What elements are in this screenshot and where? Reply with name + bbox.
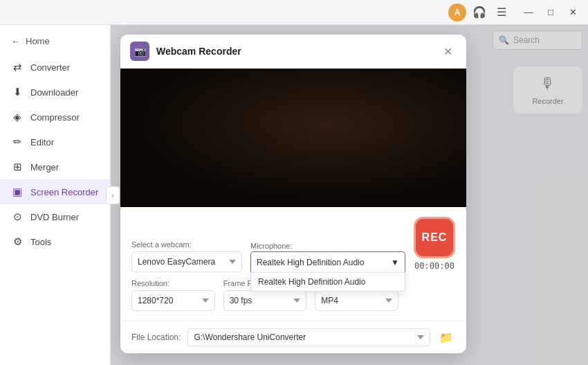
sidebar-collapse-button[interactable]: ‹ <box>106 186 120 204</box>
sidebar-item-merger[interactable]: ⊞ Merger <box>0 154 110 179</box>
modal-header: 📷 Webcam Recorder ✕ <box>120 35 466 69</box>
video-preview <box>120 69 466 207</box>
microphone-option-1[interactable]: Realtek High Definition Audio <box>251 273 405 291</box>
sidebar-item-label: Editor <box>30 137 54 148</box>
webcam-label: Select a webcam: <box>131 240 242 249</box>
file-location-select[interactable]: G:\Wondershare UniConverter <box>187 328 430 346</box>
file-location-bar: File Location: G:\Wondershare UniConvert… <box>120 321 466 353</box>
framerate-select[interactable]: 30 fps <box>223 290 307 311</box>
webcam-control: Select a webcam: Lenovo EasyCamera <box>131 240 242 272</box>
title-bar-icons: A 🎧 ☰ <box>448 3 511 21</box>
rec-timer: 00:00:00 <box>414 261 454 271</box>
minimize-button[interactable]: — <box>519 5 538 20</box>
resolution-select[interactable]: 1280*720 <box>131 290 215 311</box>
resolution-control: Resolution: 1280*720 <box>131 279 215 311</box>
rec-button[interactable]: REC <box>414 217 455 258</box>
maximize-button[interactable]: □ <box>541 5 560 20</box>
window-controls: — □ ✕ <box>519 5 582 20</box>
modal-icon: 📷 <box>130 42 149 61</box>
merger-icon: ⊞ <box>11 161 24 173</box>
webcam-recorder-modal: 📷 Webcam Recorder ✕ Select a webcam: <box>120 35 466 353</box>
microphone-dropdown[interactable]: Realtek High Definition Audio ▼ Realtek … <box>250 251 405 272</box>
sidebar-item-label: DVD Burner <box>30 212 79 222</box>
modal-controls: Select a webcam: Lenovo EasyCamera Micro… <box>120 207 466 321</box>
sidebar-item-tools[interactable]: ⚙ Tools <box>0 229 110 254</box>
format-select[interactable]: MP4 <box>315 290 398 311</box>
compressor-icon: ◈ <box>11 111 24 123</box>
modal-header-left: 📷 Webcam Recorder <box>130 42 241 61</box>
screen-recorder-icon: ▣ <box>11 186 24 198</box>
title-bar: A 🎧 ☰ — □ ✕ <box>0 0 588 25</box>
sidebar-item-label: Converter <box>30 62 70 73</box>
downloader-icon: ⬇ <box>11 86 24 98</box>
tools-icon: ⚙ <box>11 235 24 248</box>
microphone-dropdown-list: Realtek High Definition Audio <box>250 272 405 292</box>
microphone-control: Microphone: Realtek High Definition Audi… <box>250 239 405 272</box>
dropdown-chevron-icon: ▼ <box>391 258 399 267</box>
avatar-button[interactable]: A <box>448 3 466 21</box>
microphone-label: Microphone: <box>250 242 293 250</box>
modal-close-button[interactable]: ✕ <box>440 44 455 59</box>
dvd-burner-icon: ⊙ <box>11 211 24 223</box>
sidebar-item-compressor[interactable]: ◈ Compressor <box>0 105 110 130</box>
modal-overlay: 📷 Webcam Recorder ✕ Select a webcam: <box>111 25 588 365</box>
sidebar-item-downloader[interactable]: ⬇ Downloader <box>0 80 110 105</box>
sidebar-item-label: Tools <box>30 237 51 247</box>
back-arrow-icon: ← <box>11 36 20 46</box>
rec-area: REC 00:00:00 <box>414 217 455 271</box>
main-content: 🔍 Search 🎙 Recorder 📷 Webcam Recorder ✕ <box>111 25 588 365</box>
sidebar-item-editor[interactable]: ✏ Editor <box>0 130 110 154</box>
resolution-label: Resolution: <box>131 279 215 287</box>
sidebar-item-converter[interactable]: ⇄ Converter <box>0 55 110 80</box>
file-location-label: File Location: <box>131 332 181 342</box>
menu-icon-button[interactable]: ☰ <box>493 3 511 21</box>
sidebar-item-label: Compressor <box>30 112 80 123</box>
modal-title: Webcam Recorder <box>156 46 241 57</box>
video-dark-overlay <box>120 69 466 207</box>
open-folder-button[interactable]: 📁 <box>437 328 455 346</box>
sidebar-item-label: Screen Recorder <box>30 187 98 197</box>
app-container: ← Home ⇄ Converter ⬇ Downloader ◈ Compre… <box>0 25 588 365</box>
sidebar-item-label: Downloader <box>30 87 78 98</box>
sidebar-back-button[interactable]: ← Home <box>0 30 110 52</box>
editor-icon: ✏ <box>11 136 24 148</box>
sidebar: ← Home ⇄ Converter ⬇ Downloader ◈ Compre… <box>0 25 111 365</box>
close-button[interactable]: ✕ <box>563 5 582 20</box>
sidebar-item-label: Merger <box>30 162 59 172</box>
converter-icon: ⇄ <box>11 61 24 73</box>
headset-icon-button[interactable]: 🎧 <box>470 3 488 21</box>
sidebar-item-dvd-burner[interactable]: ⊙ DVD Burner <box>0 204 110 229</box>
webcam-select[interactable]: Lenovo EasyCamera <box>131 251 242 272</box>
microphone-select-open[interactable]: Realtek High Definition Audio ▼ <box>250 251 405 272</box>
microphone-selected-value: Realtek High Definition Audio <box>257 258 364 267</box>
back-label: Home <box>26 36 50 46</box>
controls-row-1: Select a webcam: Lenovo EasyCamera Micro… <box>131 217 455 272</box>
sidebar-item-screen-recorder[interactable]: ▣ Screen Recorder <box>0 179 110 204</box>
